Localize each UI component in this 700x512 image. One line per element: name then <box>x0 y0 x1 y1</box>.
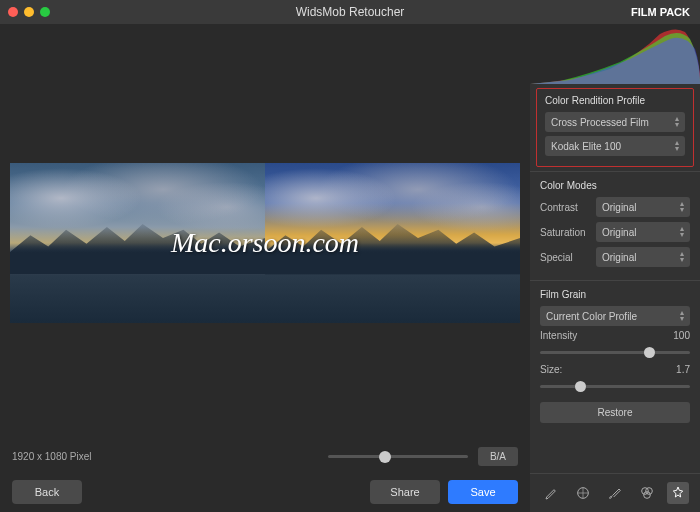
pencil-tool-icon[interactable] <box>541 482 563 504</box>
color-rendition-panel: Color Rendition Profile Cross Processed … <box>536 88 694 167</box>
chevron-updown-icon: ▴▾ <box>680 251 684 263</box>
restore-button[interactable]: Restore <box>540 402 690 423</box>
special-label: Special <box>540 252 590 263</box>
before-after-button[interactable]: B/A <box>478 447 518 466</box>
color-modes-panel: Color Modes Contrast Original ▴▾ Saturat… <box>530 171 700 280</box>
saturation-select[interactable]: Original ▴▾ <box>596 222 690 242</box>
contrast-select[interactable]: Original ▴▾ <box>596 197 690 217</box>
color-rendition-title: Color Rendition Profile <box>545 95 685 106</box>
chevron-updown-icon: ▴▾ <box>675 140 679 152</box>
special-select[interactable]: Original ▴▾ <box>596 247 690 267</box>
zoom-slider[interactable] <box>328 455 468 458</box>
film-grain-title: Film Grain <box>540 289 690 300</box>
svg-point-3 <box>643 492 650 499</box>
histogram <box>530 24 700 84</box>
chevron-updown-icon: ▴▾ <box>675 116 679 128</box>
effects-tool-icon[interactable] <box>667 482 689 504</box>
window-controls <box>8 7 50 17</box>
profile-select[interactable]: Kodak Elite 100 ▴▾ <box>545 136 685 156</box>
image-preview[interactable]: Mac.orsoon.com <box>10 163 520 323</box>
filmpack-label: FILM PACK <box>631 6 690 18</box>
profile-category-select[interactable]: Cross Processed Film ▴▾ <box>545 112 685 132</box>
size-label: Size: <box>540 364 562 375</box>
share-button[interactable]: Share <box>370 480 440 504</box>
titlebar: WidsMob Retoucher FILM PACK <box>0 0 700 24</box>
chevron-updown-icon: ▴▾ <box>680 201 684 213</box>
chevron-updown-icon: ▴▾ <box>680 310 684 322</box>
save-button[interactable]: Save <box>448 480 518 504</box>
app-title: WidsMob Retoucher <box>296 5 405 19</box>
color-tool-icon[interactable] <box>636 482 658 504</box>
image-dimensions: 1920 x 1080 Pixel <box>12 451 92 462</box>
watermark-text: Mac.orsoon.com <box>171 227 359 259</box>
film-grain-panel: Film Grain Current Color Profile ▴▾ Inte… <box>530 280 700 431</box>
size-slider[interactable] <box>540 385 690 388</box>
svg-point-2 <box>645 488 652 495</box>
sidebar: Color Rendition Profile Cross Processed … <box>530 24 700 512</box>
close-icon[interactable] <box>8 7 18 17</box>
contrast-label: Contrast <box>540 202 590 213</box>
canvas-area: Mac.orsoon.com <box>0 24 530 441</box>
maximize-icon[interactable] <box>40 7 50 17</box>
grain-profile-select[interactable]: Current Color Profile ▴▾ <box>540 306 690 326</box>
color-modes-title: Color Modes <box>540 180 690 191</box>
intensity-label: Intensity <box>540 330 577 341</box>
brush-tool-icon[interactable] <box>604 482 626 504</box>
intensity-slider[interactable] <box>540 351 690 354</box>
tool-row <box>530 473 700 512</box>
intensity-value: 100 <box>673 330 690 341</box>
back-button[interactable]: Back <box>12 480 82 504</box>
chevron-updown-icon: ▴▾ <box>680 226 684 238</box>
size-value: 1.7 <box>676 364 690 375</box>
adjust-tool-icon[interactable] <box>572 482 594 504</box>
minimize-icon[interactable] <box>24 7 34 17</box>
saturation-label: Saturation <box>540 227 590 238</box>
